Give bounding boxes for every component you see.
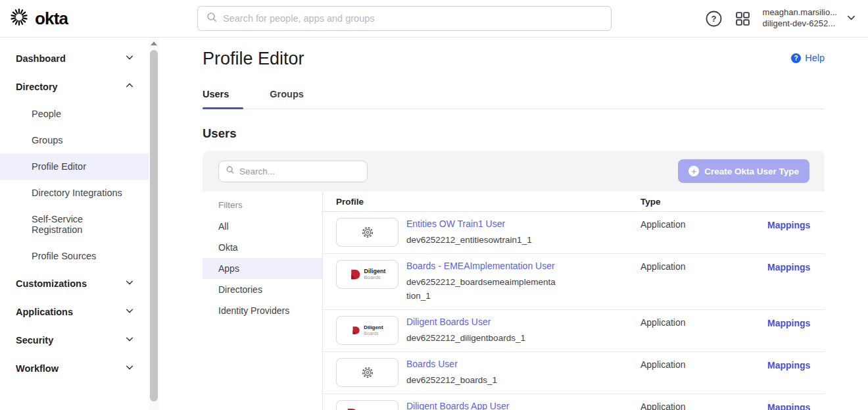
app-logo-box: DiligentBoards bbox=[336, 260, 398, 289]
scrollbar-thumb[interactable] bbox=[150, 50, 158, 401]
sidebar-item-directory-integrations[interactable]: Directory Integrations bbox=[0, 180, 149, 206]
profile-link[interactable]: Diligent Boards User bbox=[406, 317, 491, 327]
sidebar-scrollbar bbox=[149, 38, 159, 410]
tab-users[interactable]: Users bbox=[203, 89, 243, 109]
okta-brand: okta bbox=[9, 7, 197, 30]
column-type: Type bbox=[640, 197, 767, 207]
page-title: Profile Editor bbox=[203, 49, 304, 69]
help-button[interactable]: ? bbox=[705, 10, 723, 28]
app-logo-box: Diligent bbox=[336, 400, 398, 410]
diligent-logo-icon bbox=[349, 269, 361, 280]
profile-id: dev6252212_boards_1 bbox=[406, 374, 558, 388]
account-menu[interactable]: meaghan.marsilio... diligent-dev-6252... bbox=[763, 7, 856, 30]
filter-all[interactable]: All bbox=[203, 216, 322, 237]
chevron-up-icon bbox=[125, 81, 134, 92]
mappings-link[interactable]: Mappings bbox=[767, 360, 810, 371]
filter-apps[interactable]: Apps bbox=[203, 258, 322, 279]
panel-toolbar: + Create Okta User Type bbox=[203, 151, 825, 192]
sidebar-item-applications[interactable]: Applications bbox=[0, 297, 149, 326]
account-username: meaghan.marsilio... bbox=[763, 7, 837, 18]
filters-column: Filters All Okta Apps Directories Identi… bbox=[203, 192, 323, 410]
column-profile: Profile bbox=[336, 197, 406, 207]
users-panel: + Create Okta User Type Filters All Okta… bbox=[203, 151, 825, 410]
create-okta-user-type-button[interactable]: + Create Okta User Type bbox=[678, 159, 809, 183]
global-search[interactable] bbox=[197, 6, 612, 31]
sidebar-item-dashboard[interactable]: Dashboard bbox=[0, 44, 149, 72]
chevron-down-icon bbox=[125, 278, 134, 289]
table-row: DiligentBoards Diligent Boards User dev6… bbox=[323, 310, 825, 352]
table-row: DiligentBoards Boards - EMEAImplementati… bbox=[323, 254, 825, 310]
profile-link[interactable]: Boards - EMEAImplementation User bbox=[406, 261, 555, 271]
profile-id: dev6252212_diligentboards_1 bbox=[406, 332, 558, 346]
diligent-logo-icon bbox=[351, 326, 360, 335]
profile-link[interactable]: Diligent Boards App User bbox=[406, 401, 509, 410]
profile-id: dev6252212_entitiesowtrain1_1 bbox=[406, 234, 558, 247]
chevron-down-icon bbox=[846, 13, 856, 25]
sidebar-item-security[interactable]: Security bbox=[0, 326, 149, 354]
gear-icon bbox=[361, 366, 374, 379]
okta-wordmark: okta bbox=[35, 9, 68, 29]
table-row: Boards User dev6252212_boards_1 Applicat… bbox=[323, 352, 825, 394]
profile-id: dev6252212_boardsemeaimplementation_1 bbox=[406, 276, 558, 303]
profile-link[interactable]: Boards User bbox=[406, 359, 458, 369]
tab-bar: Users Groups bbox=[203, 89, 825, 109]
sidebar-item-profile-sources[interactable]: Profile Sources bbox=[0, 243, 149, 269]
app-logo-box: DiligentBoards bbox=[336, 316, 398, 345]
chevron-down-icon bbox=[125, 306, 134, 317]
scrollbar-up-arrow[interactable] bbox=[149, 38, 159, 49]
panel-search[interactable] bbox=[218, 161, 368, 182]
table-row: Entities OW Train1 User dev6252212_entit… bbox=[323, 212, 825, 254]
profile-type: Application bbox=[640, 400, 767, 410]
profile-link[interactable]: Entities OW Train1 User bbox=[406, 218, 505, 229]
sidebar-item-customizations[interactable]: Customizations bbox=[0, 269, 149, 297]
mappings-link[interactable]: Mappings bbox=[767, 220, 810, 230]
filters-title: Filters bbox=[203, 194, 322, 216]
app-logo-box bbox=[336, 358, 398, 387]
mappings-link[interactable]: Mappings bbox=[767, 402, 810, 410]
panel-search-input[interactable] bbox=[239, 167, 360, 176]
profile-type: Application bbox=[640, 218, 767, 230]
mappings-link[interactable]: Mappings bbox=[767, 262, 810, 272]
profiles-table: Profile Type Entities OW Train1 User dev… bbox=[323, 192, 825, 410]
profile-type: Application bbox=[640, 358, 767, 370]
diligent-logo-icon bbox=[345, 407, 359, 410]
sidebar-item-workflow[interactable]: Workflow bbox=[0, 354, 149, 382]
tab-groups[interactable]: Groups bbox=[270, 89, 318, 109]
main-content: Profile Editor ? Help Users Groups Users bbox=[170, 38, 868, 410]
section-title: Users bbox=[203, 126, 825, 141]
app-logo-box bbox=[336, 218, 398, 247]
chevron-down-icon bbox=[125, 53, 134, 64]
plus-icon: + bbox=[688, 166, 699, 176]
profile-type: Application bbox=[640, 260, 767, 272]
sidebar: Dashboard Directory People Groups Profil… bbox=[0, 38, 170, 410]
table-row: Diligent Diligent Boards App User dev625… bbox=[323, 394, 825, 410]
sidebar-item-groups[interactable]: Groups bbox=[0, 127, 149, 153]
mappings-link[interactable]: Mappings bbox=[767, 318, 810, 328]
search-icon bbox=[206, 11, 218, 26]
app-switcher-icon[interactable] bbox=[735, 11, 751, 27]
chevron-down-icon bbox=[125, 334, 134, 346]
account-org: diligent-dev-6252... bbox=[763, 18, 837, 30]
gear-icon bbox=[361, 226, 374, 239]
top-header: okta ? meaghan.marsilio... diligent-dev-… bbox=[0, 0, 868, 38]
sidebar-item-people[interactable]: People bbox=[0, 101, 149, 127]
filter-identity-providers[interactable]: Identity Providers bbox=[203, 300, 322, 321]
filter-directories[interactable]: Directories bbox=[203, 279, 322, 300]
help-badge-icon: ? bbox=[791, 53, 801, 63]
filter-okta[interactable]: Okta bbox=[203, 237, 322, 258]
search-icon bbox=[226, 165, 235, 177]
profile-type: Application bbox=[640, 316, 767, 328]
sidebar-item-directory[interactable]: Directory bbox=[0, 72, 149, 101]
table-header: Profile Type bbox=[323, 192, 825, 212]
svg-text:?: ? bbox=[711, 14, 716, 24]
sidebar-item-self-service-registration[interactable]: Self-Service Registration bbox=[0, 206, 149, 243]
chevron-down-icon bbox=[125, 363, 134, 374]
okta-logo-icon bbox=[9, 7, 29, 30]
help-link[interactable]: ? Help bbox=[791, 53, 825, 63]
global-search-input[interactable] bbox=[223, 13, 603, 24]
sidebar-item-profile-editor[interactable]: Profile Editor bbox=[0, 153, 149, 180]
